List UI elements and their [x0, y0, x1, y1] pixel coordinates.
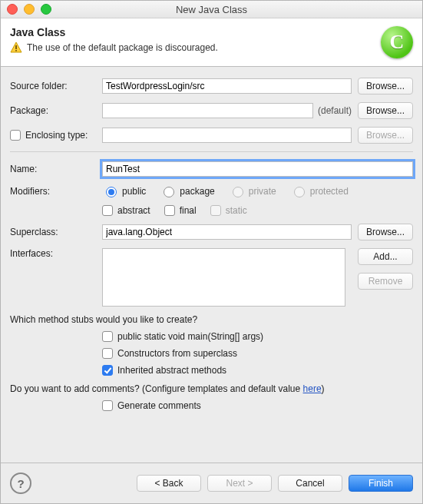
titlebar: New Java Class [1, 1, 422, 18]
svg-rect-1 [15, 45, 17, 49]
svg-rect-2 [15, 50, 17, 51]
dialog-window: New Java Class Java Class The use of the… [0, 0, 423, 504]
help-icon[interactable]: ? [10, 472, 31, 494]
configure-templates-link[interactable]: here [303, 383, 322, 394]
stub-main-checkbox[interactable]: public static void main(String[] args) [102, 331, 413, 342]
interfaces-remove-button: Remove [358, 273, 413, 290]
generate-comments-checkbox[interactable]: Generate comments [102, 400, 413, 411]
package-browse-button[interactable]: Browse... [358, 102, 413, 119]
interfaces-list[interactable] [102, 248, 345, 307]
stub-inherited-checkbox[interactable]: Inherited abstract methods [102, 365, 413, 376]
modifier-package-radio[interactable]: package [160, 184, 214, 197]
method-stubs-question: Which method stubs would you like to cre… [10, 314, 413, 325]
modifier-protected-radio: protected [290, 184, 349, 197]
window-title: New Java Class [1, 4, 422, 15]
package-input[interactable] [102, 103, 313, 118]
stub-constructors-checkbox[interactable]: Constructors from superclass [102, 348, 413, 359]
modifier-private-radio: private [229, 184, 276, 197]
header: Java Class The use of the default packag… [1, 18, 422, 67]
footer: ? < Back Next > Cancel Finish [1, 463, 422, 503]
source-folder-input[interactable] [102, 78, 352, 94]
interfaces-label: Interfaces: [10, 248, 102, 259]
package-label: Package: [10, 105, 102, 116]
modifier-final-checkbox[interactable]: final [164, 205, 197, 216]
modifier-abstract-checkbox[interactable]: abstract [102, 205, 150, 216]
back-button[interactable]: < Back [137, 475, 201, 492]
source-folder-label: Source folder: [10, 81, 102, 91]
name-label: Name: [10, 164, 102, 174]
form-body: Source folder: Browse... Package: (defau… [1, 67, 422, 463]
page-title: Java Class [10, 26, 218, 38]
enclosing-type-checkbox[interactable]: Enclosing type: [10, 130, 102, 141]
modifiers-label: Modifiers: [10, 186, 102, 197]
modifier-public-radio[interactable]: public [102, 184, 146, 197]
cancel-button[interactable]: Cancel [278, 475, 342, 492]
next-button: Next > [207, 475, 272, 492]
superclass-input[interactable] [102, 224, 352, 240]
package-default-hint: (default) [318, 105, 352, 116]
finish-button[interactable]: Finish [349, 475, 413, 492]
name-input[interactable] [102, 161, 413, 177]
source-folder-browse-button[interactable]: Browse... [358, 78, 413, 94]
superclass-browse-button[interactable]: Browse... [358, 224, 413, 240]
enclosing-type-browse-button: Browse... [358, 127, 413, 144]
superclass-label: Superclass: [10, 227, 102, 237]
modifier-static-checkbox: static [210, 205, 247, 216]
enclosing-type-input [102, 128, 352, 143]
separator [10, 151, 413, 152]
warning-text: The use of the default package is discou… [27, 42, 218, 53]
class-icon: C [381, 26, 413, 58]
comments-question: Do you want to add comments? (Configure … [10, 383, 413, 394]
interfaces-add-button[interactable]: Add... [358, 248, 413, 265]
warning-icon [10, 41, 22, 54]
